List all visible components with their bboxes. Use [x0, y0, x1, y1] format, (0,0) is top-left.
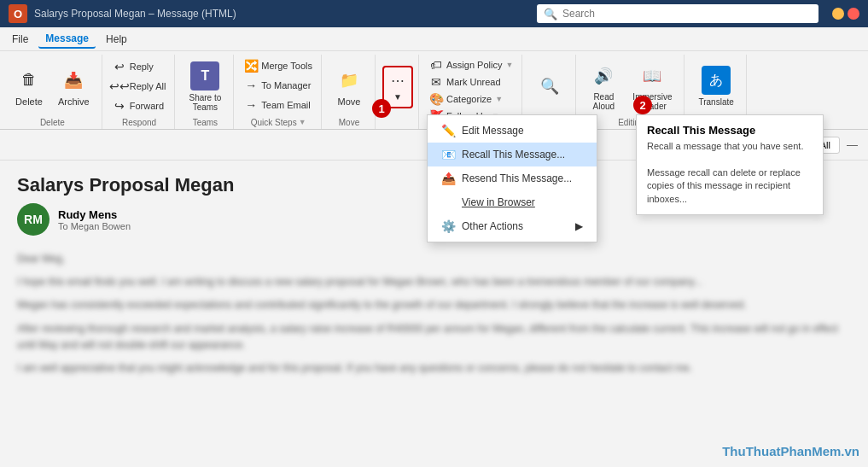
- move-button[interactable]: 📁 Move: [329, 56, 370, 116]
- other-actions-icon: ⚙️: [441, 219, 455, 233]
- recall-message-icon: 📧: [441, 148, 455, 161]
- other-actions-item[interactable]: ⚙️ Other Actions ▶: [428, 214, 597, 238]
- share-to-teams-button[interactable]: T Share toTeams: [182, 56, 228, 116]
- resend-icon: 📤: [441, 172, 455, 185]
- reply-all-icon: ↩↩: [113, 79, 126, 93]
- avatar: RM: [17, 203, 50, 236]
- menu-help[interactable]: Help: [99, 31, 134, 48]
- respond-group-label: Respond: [122, 118, 156, 127]
- badge-2: 2: [633, 96, 652, 114]
- move-group-label: Move: [339, 118, 359, 127]
- delete-group-label: Delete: [40, 118, 65, 127]
- assign-policy-button[interactable]: 🏷 Assign Policy ▼: [426, 56, 516, 73]
- search-icon: 🔍: [544, 8, 557, 20]
- recall-message-item[interactable]: 📧 Recall This Message...: [428, 143, 597, 166]
- teams-icon: T: [190, 61, 219, 90]
- menu-message[interactable]: Message: [38, 30, 96, 49]
- more-actions-dropdown: ✏️ Edit Message 📧 Recall This Message...…: [427, 114, 597, 242]
- delete-button[interactable]: 🗑 Delete: [9, 56, 50, 116]
- reply-icon: ↩: [113, 60, 126, 73]
- read-aloud-button[interactable]: 🔊 ReadAloud: [583, 56, 624, 116]
- ribbon-group-delete: 🗑 Delete 📥 Archive Delete: [3, 55, 102, 129]
- watermark: ThuThuatPhanMem.vn: [722, 444, 859, 458]
- teams-group-label: Teams: [193, 118, 218, 127]
- mark-unread-button[interactable]: ✉ Mark Unread: [426, 73, 516, 90]
- immersive-reader-icon: 📖: [638, 62, 666, 90]
- navigate-prev: —: [847, 138, 858, 151]
- reply-button[interactable]: ↩ Reply: [109, 58, 170, 75]
- resend-message-item[interactable]: 📤 Resend This Message...: [428, 166, 597, 190]
- app-icon: O: [9, 4, 27, 23]
- email-para-4: I am well appreciative that you might ac…: [17, 360, 851, 377]
- email-para-1: I hope this email finds you well. I am w…: [17, 274, 851, 290]
- menu-bar: File Message Help: [0, 27, 868, 51]
- find-button[interactable]: 🔍: [529, 56, 570, 116]
- categorize-icon: 🎨: [429, 92, 443, 106]
- delete-icon: 🗑: [15, 67, 43, 94]
- translate-button[interactable]: あ Translate: [691, 56, 740, 116]
- browser-icon: [441, 196, 455, 209]
- edit-message-icon: ✏️: [441, 124, 455, 137]
- ribbon: 🗑 Delete 📥 Archive Delete ↩ Reply ↩↩ Rep…: [0, 51, 868, 130]
- merge-tools-button[interactable]: 🔀 Merge Tools: [241, 57, 316, 74]
- more-actions-icon: ⋯: [391, 73, 405, 89]
- ribbon-group-move: 📁 Move Move: [323, 55, 376, 129]
- sender-to: To Megan Bowen: [58, 221, 131, 231]
- window-minimize[interactable]: [832, 8, 844, 20]
- archive-icon: 📥: [60, 67, 87, 94]
- tooltip-title: Recall This Message: [647, 124, 813, 137]
- window-close[interactable]: [848, 8, 859, 20]
- merge-icon: 🔀: [244, 59, 258, 73]
- email-para-2: Megan has consistently exceeded expectat…: [17, 297, 851, 313]
- assign-policy-icon: 🏷: [429, 58, 443, 72]
- edit-message-item[interactable]: ✏️ Edit Message: [428, 119, 597, 143]
- categorize-button[interactable]: 🎨 Categorize ▼: [426, 90, 516, 108]
- sender-info: Rudy Mens To Megan Bowen: [58, 208, 131, 231]
- manager-icon: →: [244, 79, 258, 92]
- email-salutation: Dear Meg,: [17, 251, 851, 267]
- search-box[interactable]: 🔍: [537, 4, 818, 23]
- reply-all-button[interactable]: ↩↩ Reply All: [109, 78, 170, 95]
- team-email-icon: →: [244, 98, 258, 112]
- view-in-browser-item[interactable]: View in Browser: [428, 190, 597, 214]
- other-actions-arrow: ▶: [575, 220, 583, 232]
- read-aloud-icon: 🔊: [590, 62, 617, 90]
- archive-button[interactable]: 📥 Archive: [51, 56, 96, 116]
- to-manager-button[interactable]: → To Manager: [241, 77, 316, 94]
- tooltip-body: Recall a message that you have sent. Mes…: [647, 140, 813, 206]
- ribbon-group-more: ⋯ ▼ 1: [377, 55, 419, 129]
- ribbon-group-quick-steps: 🔀 Merge Tools → To Manager → Team Email …: [236, 55, 322, 129]
- sender-name: Rudy Mens: [58, 208, 131, 221]
- ribbon-group-teams: T Share toTeams Teams: [177, 55, 234, 129]
- forward-button[interactable]: ↪ Forward: [109, 97, 170, 114]
- move-icon: 📁: [335, 67, 363, 94]
- team-email-button[interactable]: → Team Email: [241, 96, 316, 114]
- find-icon: 🔍: [536, 73, 563, 100]
- mark-unread-icon: ✉: [429, 75, 443, 89]
- menu-file[interactable]: File: [5, 31, 35, 48]
- email-para-3: After reviewing thorough research and ma…: [17, 321, 851, 353]
- email-body: Dear Meg, I hope this email finds you we…: [0, 244, 868, 390]
- title-bar: O Salarys Proposal Megan – Message (HTML…: [0, 0, 868, 27]
- forward-icon: ↪: [113, 99, 126, 113]
- translate-icon: あ: [702, 66, 731, 95]
- window-title: Salarys Proposal Megan – Message (HTML): [34, 8, 236, 20]
- recall-message-tooltip: Recall This Message Recall a message tha…: [636, 114, 824, 215]
- ribbon-group-respond: ↩ Reply ↩↩ Reply All ↪ Forward Respond: [104, 55, 176, 129]
- search-input[interactable]: [562, 8, 812, 20]
- badge-1: 1: [372, 99, 391, 118]
- quick-steps-group-label: Quick Steps: [251, 118, 297, 127]
